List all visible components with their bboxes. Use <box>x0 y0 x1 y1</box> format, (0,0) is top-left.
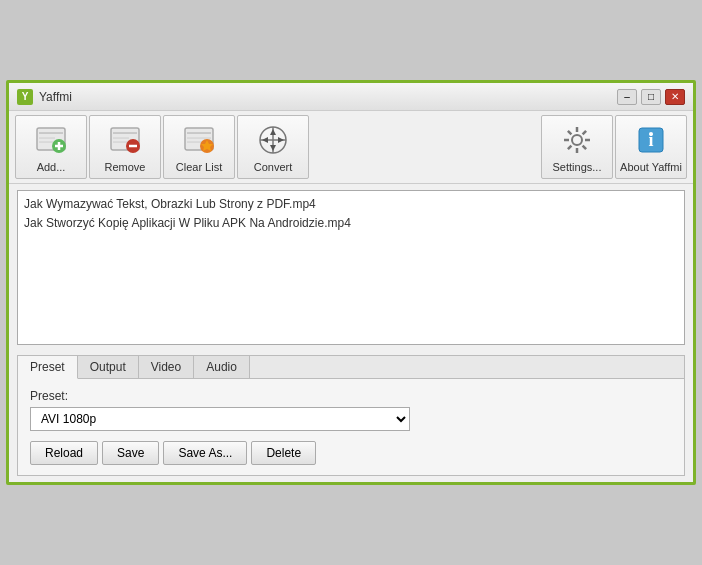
svg-line-34 <box>568 145 572 149</box>
save-as-button[interactable]: Save As... <box>163 441 247 465</box>
preset-buttons: Reload Save Save As... Delete <box>30 441 672 465</box>
tab-bar: PresetOutputVideoAudio <box>18 356 684 379</box>
window-controls: – □ ✕ <box>617 89 685 105</box>
tabs-container: PresetOutputVideoAudio Preset: AVI 1080p… <box>17 355 685 476</box>
file-list[interactable]: Jak Wymazywać Tekst, Obrazki Lub Strony … <box>17 190 685 345</box>
list-item: Jak Wymazywać Tekst, Obrazki Lub Strony … <box>24 195 678 214</box>
tab-content: Preset: AVI 1080pAVI 720pMP4 1080pMP4 72… <box>18 379 684 475</box>
svg-line-31 <box>568 130 572 134</box>
title-bar: Y Yaffmi – □ ✕ <box>9 83 693 111</box>
window-title: Yaffmi <box>39 90 72 104</box>
remove-label: Remove <box>105 161 146 173</box>
tab-preset[interactable]: Preset <box>18 356 78 379</box>
add-label: Add... <box>37 161 66 173</box>
app-icon: Y <box>17 89 33 105</box>
add-button[interactable]: Add... <box>15 115 87 179</box>
svg-marker-23 <box>270 145 276 151</box>
maximize-button[interactable]: □ <box>641 89 661 105</box>
about-button[interactable]: i About Yaffmi <box>615 115 687 179</box>
toolbar: Add... Remove <box>9 111 693 184</box>
convert-icon <box>255 122 291 158</box>
preset-select[interactable]: AVI 1080pAVI 720pMP4 1080pMP4 720pMKV 10… <box>30 407 410 431</box>
convert-label: Convert <box>254 161 293 173</box>
remove-button[interactable]: Remove <box>89 115 161 179</box>
list-item: Jak Stworzyć Kopię Aplikacji W Pliku APK… <box>24 214 678 233</box>
settings-button[interactable]: Settings... <box>541 115 613 179</box>
add-icon <box>33 122 69 158</box>
svg-marker-25 <box>278 137 284 143</box>
tab-output[interactable]: Output <box>78 356 139 378</box>
save-button[interactable]: Save <box>102 441 159 465</box>
svg-marker-24 <box>262 137 268 143</box>
clear-list-button[interactable]: Clear List <box>163 115 235 179</box>
about-label: About Yaffmi <box>620 161 682 173</box>
title-bar-left: Y Yaffmi <box>17 89 72 105</box>
svg-point-37 <box>649 132 653 136</box>
about-icon: i <box>633 122 669 158</box>
svg-line-32 <box>583 145 587 149</box>
svg-point-26 <box>572 135 582 145</box>
svg-marker-22 <box>270 129 276 135</box>
preset-select-row: AVI 1080pAVI 720pMP4 1080pMP4 720pMKV 10… <box>30 407 672 431</box>
clear-icon <box>181 122 217 158</box>
svg-line-33 <box>583 130 587 134</box>
close-button[interactable]: ✕ <box>665 89 685 105</box>
main-window: Y Yaffmi – □ ✕ Add... <box>6 80 696 485</box>
minimize-button[interactable]: – <box>617 89 637 105</box>
convert-button[interactable]: Convert <box>237 115 309 179</box>
delete-button[interactable]: Delete <box>251 441 316 465</box>
preset-label: Preset: <box>30 389 672 403</box>
clear-list-label: Clear List <box>176 161 222 173</box>
settings-icon <box>559 122 595 158</box>
tab-audio[interactable]: Audio <box>194 356 250 378</box>
remove-icon <box>107 122 143 158</box>
reload-button[interactable]: Reload <box>30 441 98 465</box>
tab-video[interactable]: Video <box>139 356 194 378</box>
settings-label: Settings... <box>553 161 602 173</box>
